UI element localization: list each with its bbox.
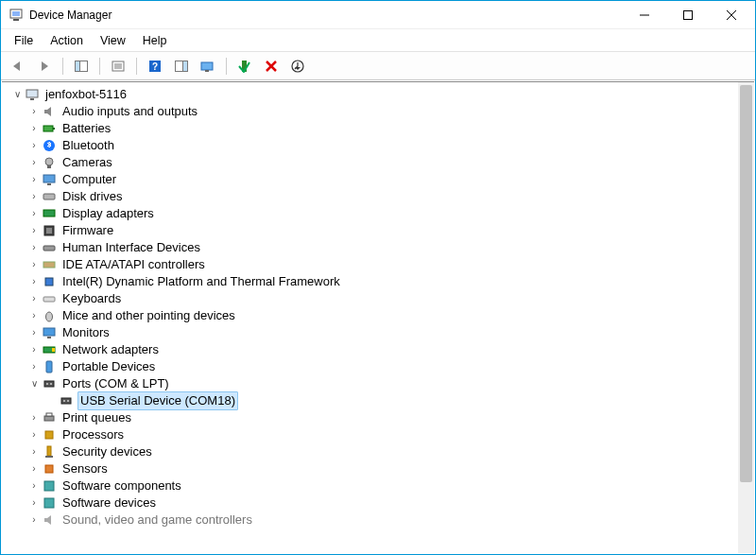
tree-item-sound[interactable]: › Sound, video and game controllers — [28, 512, 754, 529]
tree-item-printq[interactable]: › Print queues — [28, 409, 754, 426]
svg-rect-49 — [61, 398, 71, 404]
expand-icon[interactable]: › — [28, 120, 40, 137]
tree-item-bluetooth[interactable]: › Bluetooth — [28, 137, 754, 154]
expand-icon[interactable]: › — [28, 103, 40, 120]
tree-item-firmware[interactable]: › Firmware — [28, 222, 754, 239]
tree-root[interactable]: ∨ jenfoxbot-5116 — [11, 86, 754, 103]
expand-icon[interactable]: › — [28, 494, 40, 512]
portable-device-icon — [42, 359, 57, 374]
monitor-icon — [42, 325, 57, 340]
scan-hardware-button[interactable] — [197, 56, 219, 77]
action-pane-button[interactable] — [170, 56, 193, 77]
tree-item-swdev[interactable]: › Software devices — [28, 494, 754, 512]
svg-rect-36 — [43, 246, 55, 251]
enable-device-button[interactable] — [233, 56, 256, 77]
security-icon — [42, 444, 57, 460]
expand-icon[interactable]: › — [28, 222, 40, 239]
expand-icon[interactable]: › — [28, 171, 40, 188]
show-hide-tree-button[interactable] — [70, 56, 93, 77]
menu-help[interactable]: Help — [135, 32, 175, 49]
tree-item-ports[interactable]: ∨ Ports (COM & LPT) — [28, 375, 754, 392]
svg-point-47 — [46, 383, 48, 385]
expand-icon[interactable]: › — [28, 188, 40, 205]
collapse-icon[interactable]: ∨ — [11, 86, 23, 103]
svg-point-40 — [46, 312, 53, 321]
properties-button[interactable] — [107, 56, 129, 77]
tree-item-monitors[interactable]: › Monitors — [28, 324, 754, 341]
expand-icon[interactable]: › — [28, 460, 40, 477]
expand-icon[interactable]: › — [28, 358, 40, 375]
menu-action[interactable]: Action — [43, 32, 91, 49]
toolbar-separator — [226, 58, 227, 75]
maximize-button[interactable] — [666, 1, 710, 29]
expand-icon[interactable]: › — [28, 273, 40, 290]
svg-point-28 — [45, 158, 53, 165]
toolbar-separator — [62, 58, 63, 75]
tree-item-label: IDE ATA/ATAPI controllers — [60, 256, 207, 273]
expand-icon[interactable]: › — [28, 205, 40, 222]
collapse-icon[interactable]: ∨ — [28, 375, 40, 392]
tree-item-usb-serial[interactable]: USB Serial Device (COM18) — [45, 392, 754, 409]
back-button[interactable] — [7, 56, 29, 77]
vertical-scrollbar[interactable] — [738, 82, 754, 553]
tree-item-audio[interactable]: › Audio inputs and outputs — [28, 103, 754, 120]
tree-item-network[interactable]: › Network adapters — [28, 341, 754, 358]
tree-item-label: Human Interface Devices — [60, 239, 202, 256]
toolbar-separator — [136, 58, 137, 75]
tree-item-label: Display adapters — [60, 205, 156, 222]
tree-item-processors[interactable]: › Processors — [28, 426, 754, 443]
window-title: Device Manager — [29, 9, 112, 22]
tree-item-mice[interactable]: › Mice and other pointing devices — [28, 307, 754, 324]
device-tree[interactable]: ∨ jenfoxbot-5116 › Audio inputs and outp… — [2, 82, 754, 553]
menu-file[interactable]: File — [7, 32, 41, 49]
expand-icon[interactable]: › — [28, 154, 40, 171]
expand-icon[interactable]: › — [28, 409, 40, 426]
help-button[interactable]: ? — [144, 56, 166, 77]
tree-item-label: Processors — [60, 426, 126, 443]
expand-icon[interactable]: › — [28, 512, 40, 529]
expand-icon[interactable]: › — [28, 290, 40, 307]
tree-item-cameras[interactable]: › Cameras — [28, 154, 754, 171]
tree-item-batteries[interactable]: › Batteries — [28, 120, 754, 137]
tree-item-label: Monitors — [60, 324, 112, 341]
svg-rect-23 — [26, 90, 38, 97]
tree-item-intel[interactable]: › Intel(R) Dynamic Platform and Thermal … — [28, 273, 754, 290]
expand-icon[interactable]: › — [28, 137, 40, 154]
uninstall-device-button[interactable] — [260, 56, 283, 77]
expand-icon[interactable]: › — [28, 239, 40, 256]
tree-item-label: Print queues — [60, 409, 133, 426]
tree-item-keyboards[interactable]: › Keyboards — [28, 290, 754, 307]
expand-icon[interactable]: › — [28, 477, 40, 494]
tree-item-disk[interactable]: › Disk drives — [28, 188, 754, 205]
toolbar-separator — [99, 58, 100, 75]
speaker-icon — [42, 104, 57, 119]
tree-item-sensors[interactable]: › Sensors — [28, 460, 754, 477]
svg-rect-2 — [12, 11, 20, 16]
expand-icon[interactable]: › — [28, 324, 40, 341]
tree-item-portable[interactable]: › Portable Devices — [28, 358, 754, 375]
app-icon — [9, 8, 24, 23]
software-icon — [42, 478, 57, 494]
tree-item-security[interactable]: › Security devices — [28, 443, 754, 460]
minimize-button[interactable] — [623, 1, 666, 29]
update-driver-button[interactable] — [286, 56, 309, 77]
tree-item-label: Sensors — [60, 460, 110, 477]
svg-rect-1 — [13, 19, 19, 21]
tree-item-display[interactable]: › Display adapters — [28, 205, 754, 222]
scrollbar-thumb[interactable] — [740, 85, 752, 482]
tree-item-label: Intel(R) Dynamic Platform and Thermal Fr… — [60, 273, 342, 290]
expand-icon[interactable]: › — [28, 256, 40, 273]
forward-button[interactable] — [33, 56, 56, 77]
tree-item-hid[interactable]: › Human Interface Devices — [28, 239, 754, 256]
tree-item-ide[interactable]: › IDE ATA/ATAPI controllers — [28, 256, 754, 273]
svg-rect-24 — [30, 98, 34, 100]
tree-item-swcomp[interactable]: › Software components — [28, 477, 754, 494]
expand-icon[interactable]: › — [28, 426, 40, 443]
close-button[interactable] — [710, 1, 753, 29]
tree-item-computer[interactable]: › Computer — [28, 171, 754, 188]
device-tree-pane: ∨ jenfoxbot-5116 › Audio inputs and outp… — [2, 81, 754, 553]
expand-icon[interactable]: › — [28, 341, 40, 358]
expand-icon[interactable]: › — [28, 307, 40, 324]
expand-icon[interactable]: › — [28, 443, 40, 460]
menu-view[interactable]: View — [93, 32, 133, 49]
